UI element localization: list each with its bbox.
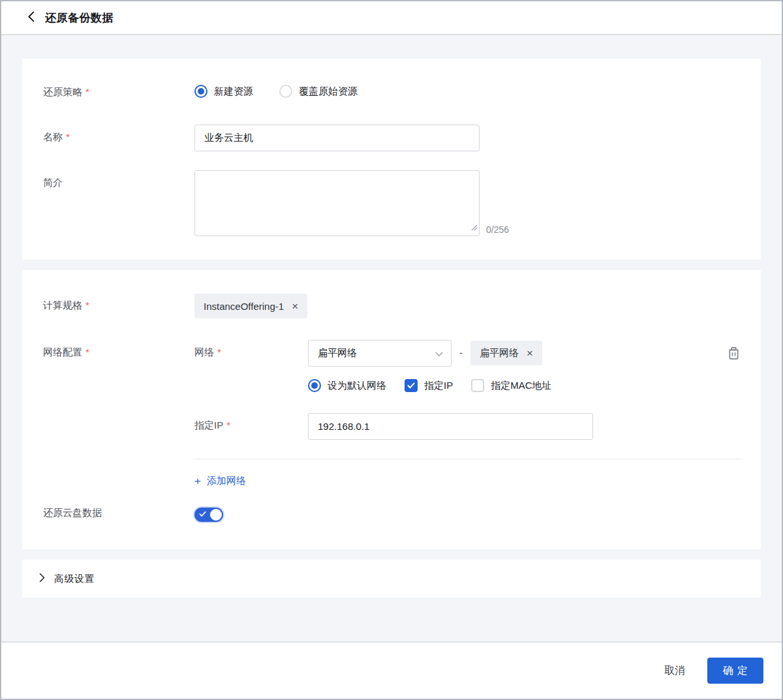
- compute-network-card: 计算规格 * InstanceOffering-1 × 网络配置 * 网络: [22, 270, 761, 549]
- required-marker: *: [85, 346, 89, 358]
- restore-volume-row: 还原云盘数据: [22, 507, 761, 522]
- radio-icon[interactable]: [194, 85, 207, 98]
- restore-volume-label: 还原云盘数据: [43, 507, 194, 519]
- required-marker: *: [226, 419, 230, 432]
- instance-offering-label: 计算规格 *: [43, 294, 194, 312]
- advanced-settings-label: 高级设置: [54, 573, 95, 585]
- required-marker: *: [85, 86, 89, 97]
- description-control: 0/256: [194, 170, 509, 236]
- network-config-row: 网络配置 * 网络 * 扁平网络: [22, 340, 761, 440]
- network-label: 网络 *: [194, 340, 308, 359]
- radio-icon[interactable]: [308, 379, 321, 392]
- description-label: 简介: [43, 170, 194, 189]
- description-textarea[interactable]: [194, 170, 480, 236]
- network-config-label: 网络配置 *: [43, 340, 194, 359]
- page-header: 还原备份数据: [1, 1, 782, 35]
- checkbox-icon[interactable]: [471, 379, 484, 392]
- network-select[interactable]: 扁平网络: [308, 340, 452, 367]
- remove-tag-icon[interactable]: ×: [527, 348, 533, 359]
- l3-network-tag: 扁平网络 ×: [470, 341, 542, 365]
- instance-offering-row: 计算规格 * InstanceOffering-1 ×: [22, 294, 761, 318]
- add-network-link[interactable]: + 添加网络: [194, 475, 246, 487]
- plus-icon: +: [194, 476, 201, 487]
- restore-strategy-row: 还原策略 * 新建资源 覆盖原始资源: [22, 85, 761, 99]
- char-counter: 0/256: [486, 224, 509, 236]
- separator: -: [459, 340, 463, 358]
- required-marker: *: [217, 346, 221, 359]
- required-marker: *: [85, 299, 89, 311]
- restore-volume-toggle[interactable]: [194, 508, 223, 522]
- restore-strategy-label: 还原策略 *: [43, 85, 194, 99]
- cancel-button[interactable]: 取消: [664, 664, 685, 678]
- name-row: 名称 *: [22, 125, 761, 151]
- assign-ip-checkbox[interactable]: 指定IP: [405, 379, 453, 392]
- basic-info-card: 还原策略 * 新建资源 覆盖原始资源 名称 *: [22, 59, 761, 260]
- chevron-down-icon: [435, 348, 443, 359]
- delete-network-button[interactable]: [728, 340, 740, 360]
- network-select-line: 网络 * 扁平网络 - 扁平网络 ×: [194, 340, 740, 367]
- default-network-radio[interactable]: 设为默认网络: [308, 379, 386, 392]
- advanced-settings-toggle[interactable]: 高级设置: [22, 560, 761, 598]
- back-button[interactable]: [27, 11, 35, 25]
- radio-option-new-resource[interactable]: 新建资源: [194, 85, 253, 98]
- required-marker: *: [66, 131, 70, 142]
- restore-backup-page: 还原备份数据 还原策略 * 新建资源 覆盖原始资源: [0, 0, 783, 700]
- assign-ip-row: 指定IP *: [194, 413, 740, 440]
- page-title: 还原备份数据: [45, 10, 114, 25]
- trash-icon: [728, 346, 740, 360]
- description-row: 简介 0/256: [22, 170, 761, 236]
- chevron-right-icon: [39, 573, 45, 585]
- radio-option-overwrite-original[interactable]: 覆盖原始资源: [279, 85, 358, 98]
- radio-icon[interactable]: [279, 85, 292, 98]
- instance-offering-tag: InstanceOffering-1 ×: [194, 294, 307, 318]
- remove-tag-icon[interactable]: ×: [292, 301, 298, 312]
- check-icon: [199, 511, 206, 517]
- network-options-line: 设为默认网络 指定IP 指定MAC地址: [308, 379, 740, 392]
- restore-strategy-options: 新建资源 覆盖原始资源: [194, 85, 358, 98]
- network-config-control: 网络 * 扁平网络 - 扁平网络 ×: [194, 340, 740, 440]
- check-icon: [407, 382, 415, 389]
- form-body: 还原策略 * 新建资源 覆盖原始资源 名称 *: [1, 35, 782, 641]
- name-input[interactable]: [194, 125, 480, 151]
- assign-ip-label: 指定IP *: [194, 413, 308, 432]
- checkbox-icon[interactable]: [405, 379, 418, 392]
- assign-ip-input[interactable]: [308, 413, 593, 440]
- assign-mac-checkbox[interactable]: 指定MAC地址: [471, 379, 551, 392]
- toggle-knob: [210, 509, 222, 521]
- chevron-left-icon: [27, 11, 35, 25]
- confirm-button[interactable]: 确定: [707, 658, 763, 684]
- name-label: 名称 *: [43, 125, 194, 144]
- network-divider: [194, 459, 743, 459]
- page-footer: 取消 确定: [1, 641, 782, 699]
